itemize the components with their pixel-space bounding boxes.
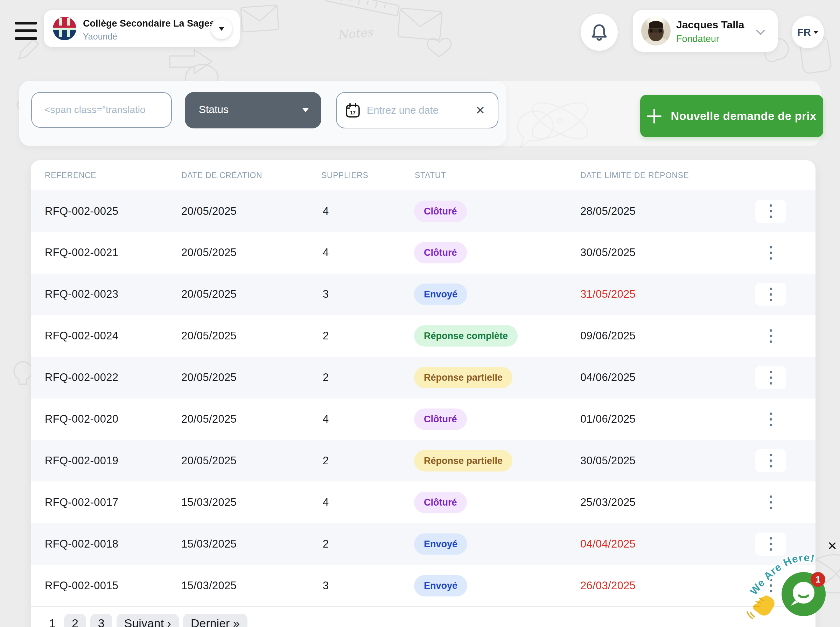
language-selector[interactable]: FR <box>792 16 824 48</box>
row-suppliers: 2 <box>323 455 329 467</box>
row-suppliers: 2 <box>323 538 329 550</box>
table-row: RFQ-002-002420/05/20252Réponse complète0… <box>31 315 815 357</box>
row-reference: RFQ-002-0017 <box>45 496 118 509</box>
school-city: Yaoundé <box>83 32 117 42</box>
row-reference: RFQ-002-0018 <box>45 538 118 550</box>
column-header-deadline: DATE LIMITE DE RÉPONSE <box>580 171 689 180</box>
row-actions-button[interactable] <box>755 449 786 473</box>
table-row: RFQ-002-002020/05/20254Clôturé01/06/2025 <box>31 399 815 440</box>
row-reference: RFQ-002-0019 <box>45 455 118 467</box>
calendar-icon: 17 <box>345 102 361 119</box>
row-deadline: 26/03/2025 <box>580 580 636 592</box>
table-footer-divider <box>31 607 815 607</box>
table-row: RFQ-002-002220/05/20252Réponse partielle… <box>31 357 815 399</box>
rfq-table: REFERENCE DATE DE CRÉATION SUPPLIERS STA… <box>31 160 815 627</box>
column-header-status: STATUT <box>415 171 446 180</box>
row-actions-button[interactable] <box>755 200 786 223</box>
pagination-item[interactable]: Dernier » <box>183 614 247 627</box>
row-suppliers: 4 <box>323 246 329 259</box>
row-creation-date: 20/05/2025 <box>181 288 236 301</box>
row-reference: RFQ-002-0022 <box>45 371 118 384</box>
status-badge: Envoyé <box>414 284 467 305</box>
row-suppliers: 4 <box>323 496 329 509</box>
row-deadline: 09/06/2025 <box>580 329 636 342</box>
chat-launcher-button[interactable]: We Are Here! 1 <box>742 528 840 627</box>
row-actions-button[interactable] <box>755 408 786 431</box>
row-reference: RFQ-002-0025 <box>45 205 118 217</box>
row-creation-date: 15/03/2025 <box>181 496 236 509</box>
column-header-created: DATE DE CRÉATION <box>181 171 262 180</box>
pagination-item[interactable]: 3 <box>90 614 112 627</box>
table-row: RFQ-002-002520/05/20254Clôturé28/05/2025 <box>31 191 815 232</box>
language-code: FR <box>797 27 811 38</box>
row-suppliers: 3 <box>323 580 329 592</box>
row-creation-date: 20/05/2025 <box>181 329 236 342</box>
svg-text:Notes: Notes <box>337 25 374 42</box>
pagination-item[interactable]: Suivant › <box>117 614 179 627</box>
row-deadline: 30/05/2025 <box>580 246 636 259</box>
chevron-down-icon <box>756 26 765 35</box>
new-rfq-button[interactable]: Nouvelle demande de prix <box>640 95 823 137</box>
row-reference: RFQ-002-0021 <box>45 246 118 259</box>
status-badge: Clôturé <box>414 200 467 222</box>
date-input[interactable] <box>367 93 465 128</box>
status-badge: Réponse complète <box>414 325 518 347</box>
row-reference: RFQ-002-0020 <box>45 413 118 425</box>
pagination: 123Suivant ›Dernier » <box>45 614 247 627</box>
pagination-item[interactable]: 2 <box>64 614 86 627</box>
school-selector[interactable]: Collège Secondaire La Sagesse Yaoundé <box>44 10 240 47</box>
status-badge: Clôturé <box>414 242 467 263</box>
row-deadline: 04/04/2025 <box>580 538 636 550</box>
school-dropdown-button[interactable] <box>211 18 232 39</box>
row-deadline: 25/03/2025 <box>580 496 636 509</box>
menu-button[interactable] <box>15 21 37 41</box>
row-reference: RFQ-002-0023 <box>45 288 118 301</box>
status-badge: Clôturé <box>414 492 467 513</box>
search-input[interactable] <box>32 93 171 127</box>
status-dropdown-label: Status <box>199 104 229 115</box>
row-actions-button[interactable] <box>755 491 786 514</box>
caret-down-icon <box>219 27 224 31</box>
wave-hand-icon <box>744 593 779 622</box>
row-deadline: 04/06/2025 <box>580 371 636 384</box>
table-row: RFQ-002-001515/03/20253Envoyé26/03/2025 <box>31 565 815 607</box>
table-row: RFQ-002-001920/05/20252Réponse partielle… <box>31 440 815 481</box>
new-rfq-button-label: Nouvelle demande de prix <box>671 110 816 123</box>
row-actions-button[interactable] <box>755 325 786 347</box>
row-suppliers: 3 <box>323 288 329 301</box>
table-row: RFQ-002-001715/03/20254Clôturé25/03/2025 <box>31 481 815 523</box>
row-actions-button[interactable] <box>755 283 786 306</box>
bell-icon <box>591 24 607 41</box>
status-badge: Envoyé <box>414 533 467 555</box>
column-header-suppliers: SUPPLIERS <box>321 171 369 180</box>
row-suppliers: 4 <box>323 205 329 217</box>
user-avatar <box>641 16 671 46</box>
row-deadline: 28/05/2025 <box>580 205 636 217</box>
table-row: RFQ-002-002120/05/20254Clôturé30/05/2025 <box>31 232 815 274</box>
notifications-button[interactable] <box>581 14 618 51</box>
chat-unread-badge: 1 <box>811 572 825 587</box>
row-creation-date: 20/05/2025 <box>181 413 236 425</box>
row-actions-button[interactable] <box>755 241 786 264</box>
row-actions-button[interactable] <box>755 366 786 389</box>
clear-date-button[interactable]: ✕ <box>473 103 487 117</box>
pagination-item[interactable]: 1 <box>45 614 60 627</box>
user-menu[interactable]: Jacques Talla Fondateur <box>633 10 778 52</box>
status-dropdown[interactable]: Status <box>185 92 321 128</box>
search-field <box>31 92 172 128</box>
date-filter-field: 17 ✕ <box>336 92 498 128</box>
plus-icon <box>647 109 662 123</box>
table-row: RFQ-002-001815/03/20252Envoyé04/04/2025 <box>31 523 815 565</box>
row-creation-date: 15/03/2025 <box>181 538 236 550</box>
row-deadline: 31/05/2025 <box>580 288 636 301</box>
row-suppliers: 2 <box>323 329 329 342</box>
status-badge: Réponse partielle <box>414 450 512 471</box>
row-reference: RFQ-002-0015 <box>45 580 118 592</box>
svg-text:17: 17 <box>350 110 356 115</box>
column-header-reference: REFERENCE <box>45 171 96 180</box>
caret-down-icon <box>813 31 818 34</box>
caret-down-icon <box>303 108 309 112</box>
status-badge: Clôturé <box>414 409 467 430</box>
row-creation-date: 20/05/2025 <box>181 455 236 467</box>
status-badge: Envoyé <box>414 575 467 596</box>
